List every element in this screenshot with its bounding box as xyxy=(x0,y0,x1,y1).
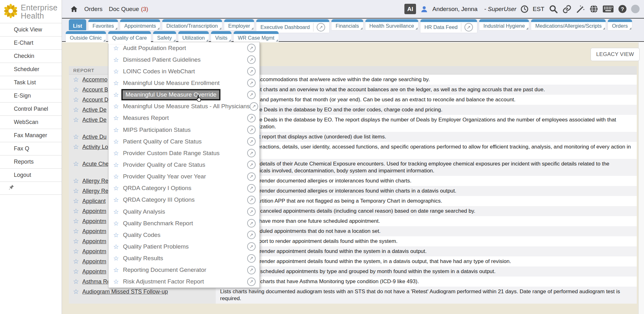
open-report-icon[interactable]: ↗ xyxy=(250,102,258,111)
favorite-star-icon[interactable]: ☆ xyxy=(113,196,119,203)
favorite-star-icon[interactable]: ☆ xyxy=(113,243,119,250)
favorite-star-icon[interactable]: ☆ xyxy=(73,238,79,245)
tab-hr-data-feed[interactable]: HR Data Feed↗ xyxy=(420,19,477,33)
open-report-icon[interactable]: ↗ xyxy=(247,196,256,204)
favorite-star-icon[interactable]: ☆ xyxy=(113,68,119,75)
menu-item-provider-quality-year-over-year[interactable]: ☆Provider Quality Year over Year↗ xyxy=(108,171,259,182)
favorite-star-icon[interactable]: ☆ xyxy=(113,161,119,168)
open-report-icon[interactable]: ↗ xyxy=(247,207,256,216)
favorite-star-icon[interactable]: ☆ xyxy=(73,106,79,113)
menu-item-quality-results[interactable]: ☆Quality Results↗ xyxy=(108,253,259,264)
report-link-appointm[interactable]: Appointm xyxy=(82,258,106,265)
sidebar-pin-button[interactable] xyxy=(0,182,62,195)
home-icon[interactable] xyxy=(70,5,78,13)
favorite-star-icon[interactable]: ☆ xyxy=(113,80,119,87)
legacy-view-button[interactable]: LEGACY VIEW xyxy=(591,48,640,61)
favorite-star-icon[interactable]: ☆ xyxy=(113,56,119,63)
menu-item-provider-quality-of-care-status[interactable]: ☆Provider Quality of Care Status↗ xyxy=(108,159,259,171)
sidebar-item-task-list[interactable]: Task List xyxy=(0,76,62,89)
favorite-star-icon[interactable]: ☆ xyxy=(113,173,119,180)
open-report-icon[interactable]: ↗ xyxy=(247,114,256,122)
menu-item-risk-adjustment-factor-report[interactable]: ☆Risk Adjustment Factor Report↗ xyxy=(108,276,259,288)
tab-medications-allergies-scripts[interactable]: Medications/Allergies/Scripts xyxy=(531,19,606,30)
report-link-account-b[interactable]: Account B xyxy=(82,86,108,93)
menu-item-loinc-codes-in-webchart[interactable]: ☆LOINC Codes in WebChart↗ xyxy=(108,65,259,77)
favorite-star-icon[interactable]: ☆ xyxy=(73,288,79,302)
open-report-icon[interactable]: ↗ xyxy=(247,137,256,146)
menu-item-dismissed-patient-guidelines[interactable]: ☆Dismissed Patient Guidelines↗ xyxy=(108,54,259,65)
menu-item-qrda-category-iii-options[interactable]: ☆QRDA Category III Options↗ xyxy=(108,194,259,206)
favorite-star-icon[interactable]: ☆ xyxy=(73,278,79,285)
sidebar-item-quick-view[interactable]: Quick View xyxy=(0,23,62,36)
favorite-star-icon[interactable]: ☆ xyxy=(73,188,79,194)
open-new-window-icon[interactable]: ↗ xyxy=(464,23,473,31)
open-report-icon[interactable]: ↗ xyxy=(247,242,256,251)
report-link-appointm[interactable]: Appointm xyxy=(82,238,106,245)
tab-appointments[interactable]: Appointments xyxy=(120,19,160,30)
sidebar-item-fax-q[interactable]: Fax Q xyxy=(0,142,62,155)
menu-item-quality-analysis[interactable]: ☆Quality Analysis↗ xyxy=(108,206,259,217)
report-link-audiogram-missed-sts-follow-up[interactable]: Audiogram Missed STS Follow-up xyxy=(82,288,168,302)
menu-item-meaningful-use-measure-override[interactable]: ☆Meaningful Use Measure Override↗ xyxy=(108,89,259,101)
breadcrumb-doc-queue[interactable]: Doc Queue(3) xyxy=(109,6,148,13)
sidebar-item-reports[interactable]: Reports xyxy=(0,155,62,168)
tab-list[interactable]: List xyxy=(69,19,86,30)
open-report-icon[interactable]: ↗ xyxy=(247,184,256,193)
keyboard-icon[interactable] xyxy=(602,5,614,13)
open-new-window-icon[interactable]: ↗ xyxy=(317,23,325,31)
menu-item-mips-participation-status[interactable]: ☆MIPS Participation Status↗ xyxy=(108,124,259,136)
tab-executive-dashboard[interactable]: Executive Dashboard↗ xyxy=(256,19,329,33)
tab-financials[interactable]: Financials xyxy=(331,19,363,30)
menu-item-measures-report[interactable]: ☆Measures Report↗ xyxy=(108,112,259,124)
report-link-appointm[interactable]: Appointm xyxy=(82,208,106,215)
clock-icon[interactable] xyxy=(520,5,529,13)
report-link-allergy-re[interactable]: Allergy Re xyxy=(82,188,108,194)
open-report-icon[interactable]: ↗ xyxy=(247,231,256,239)
tab-outside-clinic[interactable]: Outside Clinic xyxy=(66,31,106,42)
open-report-icon[interactable]: ↗ xyxy=(247,79,256,87)
report-link-active-de[interactable]: Active De xyxy=(82,106,107,113)
report-link-accommo[interactable]: Accommo xyxy=(82,76,108,83)
ai-badge[interactable]: AI xyxy=(404,4,416,14)
favorite-star-icon[interactable]: ☆ xyxy=(113,232,119,238)
tab-visits[interactable]: Visits xyxy=(211,31,231,42)
tab-safety[interactable]: Safety xyxy=(153,31,176,42)
tab-wr-case-mgmt[interactable]: WR Case Mgmt xyxy=(234,31,278,42)
favorite-star-icon[interactable]: ☆ xyxy=(113,208,119,215)
open-report-icon[interactable]: ↗ xyxy=(247,278,256,286)
report-link-activity-lo[interactable]: Activity Lo xyxy=(82,143,108,157)
globe-icon[interactable] xyxy=(589,4,598,14)
report-link-appointm[interactable]: Appointm xyxy=(82,248,106,255)
magic-wand-icon[interactable] xyxy=(576,4,585,14)
favorite-star-icon[interactable]: ☆ xyxy=(73,160,79,174)
favorite-star-icon[interactable]: ☆ xyxy=(73,133,79,140)
open-report-icon[interactable]: ↗ xyxy=(247,254,256,263)
tab-orders[interactable]: Orders xyxy=(608,19,632,30)
favorite-star-icon[interactable]: ☆ xyxy=(73,248,79,255)
report-link-allergy-re[interactable]: Allergy Re xyxy=(82,177,108,184)
favorite-star-icon[interactable]: ☆ xyxy=(73,228,79,235)
report-link-active-de[interactable]: Active De xyxy=(82,116,107,130)
open-report-icon[interactable]: ↗ xyxy=(247,67,256,76)
menu-item-qrda-category-i-options[interactable]: ☆QRDA Category I Options↗ xyxy=(108,182,259,194)
sidebar-item-checkin[interactable]: Checkin xyxy=(0,49,62,63)
help-icon[interactable]: ? xyxy=(618,4,627,14)
tab-health-surveillance[interactable]: Health Surveillance xyxy=(365,19,418,30)
open-report-icon[interactable]: ↗ xyxy=(247,55,256,64)
sidebar-item-control-panel[interactable]: Control Panel xyxy=(0,102,62,115)
favorite-star-icon[interactable]: ☆ xyxy=(113,45,119,52)
open-report-icon[interactable]: ↗ xyxy=(247,266,256,274)
search-icon[interactable] xyxy=(548,4,558,14)
favorite-star-icon[interactable]: ☆ xyxy=(73,177,79,184)
menu-item-reporting-document-generator[interactable]: ☆Reporting Document Generator↗ xyxy=(108,264,259,276)
favorite-star-icon[interactable]: ☆ xyxy=(73,268,79,275)
favorite-star-icon[interactable]: ☆ xyxy=(73,116,79,130)
tab-quality-of-care[interactable]: Quality of Care xyxy=(108,31,151,44)
favorite-star-icon[interactable]: ☆ xyxy=(113,255,119,262)
tab-dictation-transcription[interactable]: Dictation/Transcription xyxy=(162,19,222,30)
menu-item-quality-patient-problems[interactable]: ☆Quality Patient Problems↗ xyxy=(108,241,259,252)
favorite-star-icon[interactable]: ☆ xyxy=(113,220,119,227)
favorite-star-icon[interactable]: ☆ xyxy=(73,258,79,265)
open-report-icon[interactable]: ↗ xyxy=(247,172,256,181)
favorite-star-icon[interactable]: ☆ xyxy=(73,76,79,83)
